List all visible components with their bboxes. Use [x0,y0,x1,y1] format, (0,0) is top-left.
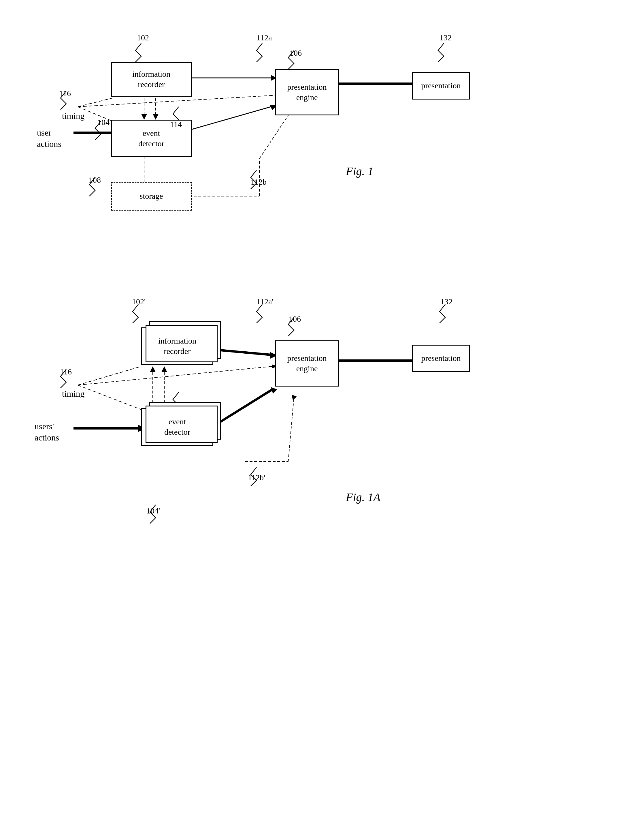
ref-112ap-fig1a: 112a' [257,297,273,306]
svg-line-6 [78,95,277,107]
event-detector-box-fig1a: event detector [141,408,213,446]
figure-1a: information recorder presentation engine… [29,283,576,542]
ref-102-fig1: 102 [137,33,149,42]
users-actions-label-fig1a: users' actions [34,421,59,443]
svg-line-28 [78,366,272,385]
svg-marker-12 [141,114,147,120]
presentation-engine-box-fig1: presentation engine [275,69,339,115]
presentation-engine-box-fig1a: presentation engine [275,341,339,386]
fig1a-arrows [29,283,576,542]
ref-112b-fig1: 112b [251,177,267,187]
svg-marker-39 [271,387,277,394]
ref-132-fig1: 132 [440,33,452,42]
timing-label-fig1a: timing [62,389,85,399]
ref-104p-fig1a: 104' [146,506,160,515]
ref-102p-fig1a: 102' [132,297,146,306]
page: information recorder presentation engine… [0,0,626,840]
ref-108-fig1: 108 [89,175,101,185]
svg-line-4 [190,107,271,130]
svg-marker-36 [161,366,167,372]
presentation-box-fig1a: presentation [412,345,470,372]
fig1-label: Fig. 1 [346,165,374,178]
ref-114-fig1: 114 [170,120,182,129]
svg-marker-33 [150,366,156,372]
ref-104-fig1: 104 [97,118,110,127]
ref-106-fig1a: 106 [289,314,301,323]
ref-116-fig1: 116 [59,89,71,98]
ref-112a-fig1: 112a [257,33,272,42]
svg-line-30 [78,366,141,385]
ref-132-fig1a: 132 [440,297,452,306]
user-actions-label-fig1: user actions [37,127,61,149]
ref-106-fig1: 106 [290,49,302,58]
timing-label-fig1: timing [62,111,85,121]
ref-116-fig1a: 116 [60,367,72,377]
svg-marker-43 [292,395,297,400]
info-recorder-box-fig1: information recorder [111,62,192,97]
storage-box-fig1: storage [111,182,192,210]
fig1a-label: Fig. 1A [346,490,380,504]
ref-112bp-fig1a: 112b' [248,473,265,482]
svg-line-31 [78,385,141,410]
svg-line-42 [288,397,294,462]
figure-1: information recorder presentation engine… [29,17,576,242]
svg-line-8 [78,98,113,107]
presentation-box-fig1: presentation [412,72,470,99]
info-recorder-box-fig1a: information recorder [141,327,213,365]
svg-marker-15 [153,114,158,120]
